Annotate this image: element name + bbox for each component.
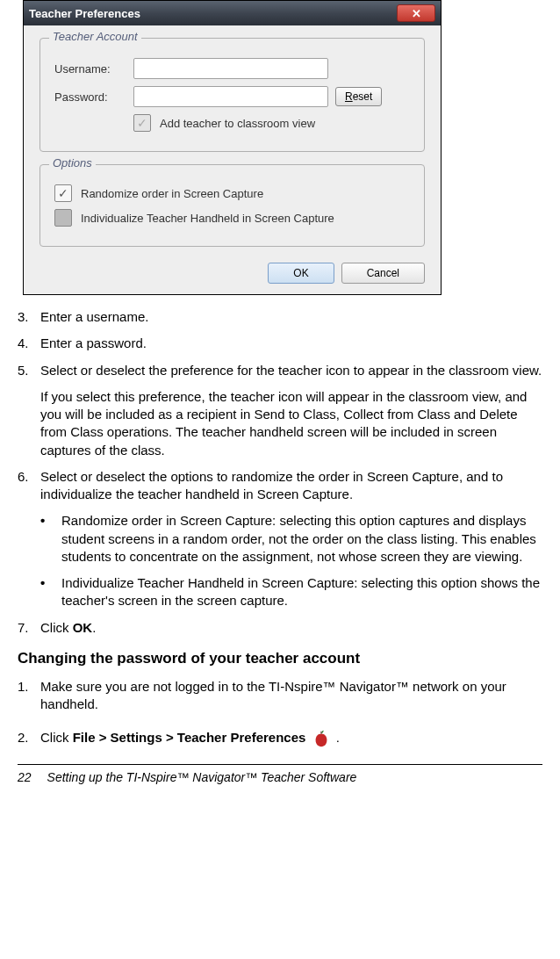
page-footer: 22 Setting up the TI-Nspire™ Navigator™ … xyxy=(18,770,542,784)
apple-icon xyxy=(312,729,331,748)
footer-title: Setting up the TI-Nspire™ Navigator™ Tea… xyxy=(47,770,357,784)
step-number: 4. xyxy=(18,335,40,352)
step-number: 1. xyxy=(18,678,40,714)
add-teacher-checkbox[interactable] xyxy=(133,114,151,132)
teacher-account-group: Teacher Account Username: Password: Rese… xyxy=(39,38,425,152)
step-7: 7. Click OK. xyxy=(18,619,542,637)
dialog-title: Teacher Preferences xyxy=(29,7,140,20)
step-text: Select or deselect the preference for th… xyxy=(40,362,542,379)
step-7-bold: OK xyxy=(73,620,93,635)
password-label: Password: xyxy=(54,90,133,104)
close-button[interactable]: ✕ xyxy=(397,4,435,22)
bullet-individualize: • Individualize Teacher Handheld in Scre… xyxy=(40,574,542,610)
close-icon: ✕ xyxy=(412,7,421,20)
reset-label-rest: eset xyxy=(353,90,373,103)
step-number: 7. xyxy=(18,619,40,637)
step-text: Click OK. xyxy=(40,619,542,637)
step-text: Enter a username. xyxy=(40,308,542,326)
ok-button[interactable]: OK xyxy=(268,263,334,284)
username-label: Username: xyxy=(54,62,133,76)
step-5-explanation: If you select this preference, the teach… xyxy=(40,388,542,459)
step2-2-bold: File > Settings > Teacher Preferences xyxy=(73,730,306,745)
step-text: Make sure you are not logged in to the T… xyxy=(40,678,542,714)
options-group: Options Randomize order in Screen Captur… xyxy=(39,164,425,247)
step-6: 6. Select or deselect the options to ran… xyxy=(18,468,542,504)
step-text: Enter a password. xyxy=(40,335,542,352)
step-number: 3. xyxy=(18,308,40,326)
step-number: 2. xyxy=(18,729,40,748)
randomize-label: Randomize order in Screen Capture xyxy=(81,187,263,200)
options-legend: Options xyxy=(49,156,96,169)
step2-2-post: . xyxy=(333,730,340,745)
bullet-mark: • xyxy=(40,512,61,566)
step2-1: 1. Make sure you are not logged in to th… xyxy=(18,678,542,714)
step-number: 5. xyxy=(18,362,40,379)
footer-rule xyxy=(18,764,542,765)
document-content: 3. Enter a username. 4. Enter a password… xyxy=(18,308,542,748)
step2-2-pre: Click xyxy=(40,730,73,745)
step2-2: 2. Click File > Settings > Teacher Prefe… xyxy=(18,729,542,748)
individualize-label: Individualize Teacher Handheld in Screen… xyxy=(81,212,334,225)
randomize-checkbox[interactable] xyxy=(54,184,72,202)
bullet-text: Randomize order in Screen Capture: selec… xyxy=(61,512,542,566)
password-input[interactable] xyxy=(133,86,328,107)
dialog-titlebar: Teacher Preferences ✕ xyxy=(24,1,441,25)
step-5: 5. Select or deselect the preference for… xyxy=(18,362,542,379)
step-number: 6. xyxy=(18,468,40,504)
add-teacher-label: Add teacher to classroom view xyxy=(160,117,315,130)
dialog-body: Teacher Account Username: Password: Rese… xyxy=(24,25,441,294)
svg-rect-0 xyxy=(320,732,321,734)
reset-button[interactable]: Reset xyxy=(335,87,382,106)
teacher-account-legend: Teacher Account xyxy=(49,30,141,43)
section-heading: Changing the password of your teacher ac… xyxy=(18,649,542,669)
username-input[interactable] xyxy=(133,58,328,79)
step-text: Select or deselect the options to random… xyxy=(40,468,542,504)
step-7-pre: Click xyxy=(40,620,73,635)
cancel-button[interactable]: Cancel xyxy=(341,263,425,284)
step-text: Click File > Settings > Teacher Preferen… xyxy=(40,729,542,748)
step-3: 3. Enter a username. xyxy=(18,308,542,326)
bullet-randomize: • Randomize order in Screen Capture: sel… xyxy=(40,512,542,566)
step-7-post: . xyxy=(92,620,96,635)
page-number: 22 xyxy=(18,770,32,784)
bullet-text: Individualize Teacher Handheld in Screen… xyxy=(61,574,542,610)
teacher-preferences-dialog: Teacher Preferences ✕ Teacher Account Us… xyxy=(23,0,442,295)
bullet-mark: • xyxy=(40,574,61,610)
individualize-checkbox[interactable] xyxy=(54,209,72,227)
step-4: 4. Enter a password. xyxy=(18,335,542,352)
